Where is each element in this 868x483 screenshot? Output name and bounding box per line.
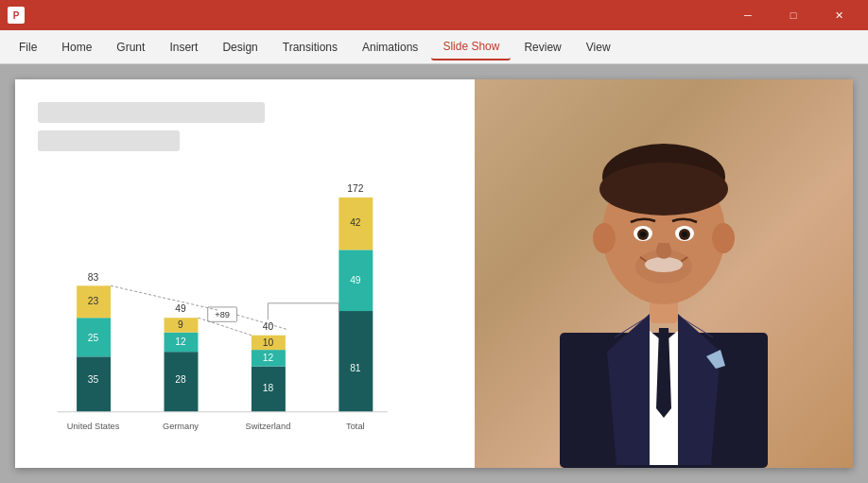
tab-animations[interactable]: Animations <box>351 35 429 60</box>
ribbon: File Home Grunt Insert Design Transition… <box>0 30 868 64</box>
tab-home[interactable]: Home <box>50 35 103 60</box>
subtitle-placeholder <box>38 130 180 151</box>
tot-val-bottom: 81 <box>350 363 361 373</box>
de-total: 49 <box>175 303 186 314</box>
us-label: United States <box>67 422 120 431</box>
ch-val-bottom: 18 <box>263 383 274 393</box>
close-button[interactable]: ✕ <box>817 0 860 30</box>
ch-val-top: 10 <box>263 337 274 348</box>
title-bar: P ─ □ ✕ <box>0 0 868 30</box>
de-val-top: 9 <box>178 320 183 331</box>
ch-label: Switzerland <box>246 422 291 431</box>
chart-svg: 35 25 23 83 United States <box>38 159 397 461</box>
annotation-text: +89 <box>215 310 230 319</box>
tab-design[interactable]: Design <box>211 35 269 60</box>
main-area: 35 25 23 83 United States <box>0 64 868 483</box>
de-val-bottom: 28 <box>175 374 186 385</box>
tab-file[interactable]: File <box>8 35 48 60</box>
photo-placeholder <box>475 79 853 468</box>
us-val-bottom: 35 <box>88 374 99 385</box>
title-bar-controls: ─ □ ✕ <box>726 0 860 30</box>
svg-point-19 <box>635 250 692 284</box>
tab-insert[interactable]: Insert <box>158 35 209 60</box>
minimize-button[interactable]: ─ <box>726 0 770 30</box>
de-label: Germany <box>163 422 199 431</box>
svg-point-10 <box>593 223 616 253</box>
svg-point-16 <box>640 232 646 237</box>
man-illustration <box>475 79 853 468</box>
ch-val-mid: 12 <box>263 353 274 363</box>
maximize-button[interactable]: □ <box>772 0 815 30</box>
slide-right <box>475 79 853 468</box>
tot-total: 172 <box>347 183 363 194</box>
svg-point-11 <box>712 223 735 253</box>
us-val-top: 23 <box>88 296 99 306</box>
tab-view[interactable]: View <box>575 35 622 60</box>
tot-bar-bottom <box>339 311 373 412</box>
svg-point-17 <box>682 232 687 237</box>
de-val-mid: 12 <box>175 336 186 347</box>
tot-label: Total <box>346 422 365 431</box>
chart-area: 35 25 23 83 United States <box>38 159 397 461</box>
us-total: 83 <box>88 272 99 283</box>
title-placeholder <box>38 102 265 123</box>
tot-val-mid: 49 <box>350 275 361 285</box>
title-bar-left: P <box>8 7 25 24</box>
annotation-line-left <box>111 285 217 310</box>
tab-review[interactable]: Review <box>512 35 572 60</box>
ch-total: 40 <box>263 321 274 332</box>
tab-grunt[interactable]: Grunt <box>105 35 156 60</box>
tot-val-top: 42 <box>350 217 361 228</box>
app-icon: P <box>8 7 25 24</box>
svg-point-9 <box>599 163 728 216</box>
slide-left: 35 25 23 83 United States <box>15 79 475 468</box>
us-val-mid: 25 <box>88 333 99 343</box>
tab-slideshow[interactable]: Slide Show <box>431 34 511 60</box>
tab-transitions[interactable]: Transitions <box>271 35 349 60</box>
slide: 35 25 23 83 United States <box>15 79 853 468</box>
